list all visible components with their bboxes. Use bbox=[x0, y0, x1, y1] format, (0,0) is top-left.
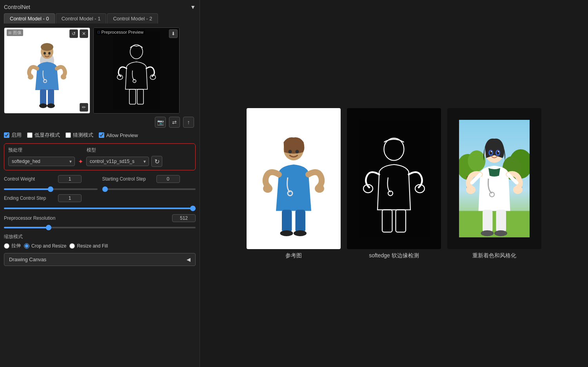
svg-point-50 bbox=[481, 230, 494, 236]
svg-point-57 bbox=[491, 151, 492, 152]
source-image[interactable] bbox=[4, 28, 90, 113]
result-nurse-svg bbox=[258, 120, 329, 237]
preview-image bbox=[94, 28, 179, 113]
weight-col: Control Weight bbox=[4, 175, 98, 194]
start-value[interactable] bbox=[156, 175, 180, 183]
resolution-label: Preprocessor Resolution bbox=[4, 215, 55, 221]
svg-point-21 bbox=[263, 184, 272, 193]
weight-value[interactable] bbox=[58, 175, 82, 183]
zoom-section: 缩放模式 拉伸 Crop and Resize Resize and Fill bbox=[4, 233, 196, 249]
collapse-icon[interactable]: ▼ bbox=[190, 4, 196, 10]
result-caption-2: 重新着色和风格化 bbox=[472, 252, 516, 259]
svg-point-8 bbox=[47, 103, 55, 108]
camera-btn[interactable]: 📷 bbox=[155, 117, 166, 128]
svg-rect-49 bbox=[496, 210, 506, 232]
svg-rect-12 bbox=[113, 31, 160, 110]
result-caption-0: 参考图 bbox=[285, 252, 302, 259]
crop-resize-option[interactable]: Crop and Resize bbox=[24, 243, 66, 249]
arrow-row: 📷 ⇄ ↑ bbox=[4, 117, 196, 128]
download-preview-btn[interactable]: ⬇ bbox=[169, 29, 178, 38]
preprocessor-select[interactable]: softedge_hed canny depth none bbox=[8, 157, 75, 166]
enable-checkbox[interactable]: 启用 bbox=[4, 132, 22, 139]
svg-point-25 bbox=[280, 230, 293, 236]
ending-slider-row: Ending Control Step bbox=[4, 194, 196, 210]
result-img-2 bbox=[447, 108, 541, 249]
svg-rect-6 bbox=[48, 89, 54, 105]
ending-slider[interactable] bbox=[4, 208, 196, 209]
resize-fill-option[interactable]: Resize and Fill bbox=[69, 243, 108, 249]
svg-point-2 bbox=[41, 43, 53, 51]
preprocessor-label: 预处理 bbox=[8, 147, 87, 154]
svg-point-28 bbox=[289, 150, 292, 153]
nurse-svg bbox=[24, 31, 71, 110]
zoom-options: 拉伸 Crop and Resize Resize and Fill bbox=[4, 242, 196, 249]
svg-rect-44 bbox=[459, 211, 530, 237]
resolution-value[interactable] bbox=[172, 214, 196, 222]
start-label: Starting Control Step bbox=[102, 176, 153, 182]
svg-point-46 bbox=[466, 186, 475, 194]
svg-point-51 bbox=[494, 230, 507, 236]
swap-btn[interactable]: ⇄ bbox=[169, 117, 180, 128]
result-item-0: 参考图 bbox=[247, 108, 341, 259]
preview-image-container: □ Preprocessor Preview ⬇ bbox=[93, 27, 180, 114]
model-label: 模型 bbox=[87, 147, 96, 154]
start-slider-container bbox=[102, 185, 196, 191]
refresh-source-btn[interactable]: ↺ bbox=[69, 29, 78, 38]
weight-label: Control Weight bbox=[4, 176, 55, 182]
left-panel: ControlNet ▼ Control Model - 0 Control M… bbox=[0, 0, 200, 367]
weight-slider[interactable] bbox=[4, 188, 98, 190]
ending-slider-container bbox=[4, 204, 196, 210]
guess-mode-checkbox[interactable]: 猜测模式 bbox=[65, 132, 93, 139]
svg-rect-23 bbox=[282, 210, 292, 232]
result-item-2: 重新着色和风格化 bbox=[447, 108, 541, 259]
weight-row: Control Weight bbox=[4, 175, 98, 183]
allow-preview-checkbox[interactable]: Allow Preview bbox=[99, 132, 138, 138]
resolution-slider[interactable] bbox=[4, 227, 196, 228]
resolution-top: Preprocessor Resolution bbox=[4, 214, 196, 222]
result-caption-1: softedge 软边缘检测 bbox=[369, 252, 419, 259]
tab-bar: Control Model - 0 Control Model - 1 Cont… bbox=[4, 13, 196, 24]
svg-point-10 bbox=[44, 52, 46, 55]
start-slider[interactable] bbox=[102, 188, 196, 190]
preview-image-controls: ⬇ bbox=[169, 29, 178, 38]
resolution-slider-container bbox=[4, 224, 196, 230]
pencil-btn[interactable]: ✏ bbox=[80, 103, 88, 112]
result-img-0 bbox=[247, 108, 341, 249]
checkbox-row: 启用 低显存模式 猜测模式 Allow Preview bbox=[4, 132, 196, 139]
svg-point-11 bbox=[48, 52, 51, 55]
svg-rect-48 bbox=[483, 210, 493, 232]
drawing-canvas[interactable]: Drawing Canvas ◀ bbox=[4, 253, 196, 266]
zoom-label: 缩放模式 bbox=[4, 233, 196, 240]
tab-model-0[interactable]: Control Model - 0 bbox=[4, 13, 55, 24]
svg-point-4 bbox=[61, 75, 66, 80]
start-col: Starting Control Step bbox=[102, 175, 196, 194]
image-row: ↺ ✕ ⊞ 图像 ✏ bbox=[4, 27, 196, 114]
model-section: 预处理 模型 softedge_hed canny depth none ▼ ✦… bbox=[4, 143, 196, 170]
svg-point-58 bbox=[498, 151, 499, 152]
sketch-svg bbox=[113, 31, 160, 110]
model-refresh-btn[interactable]: ↻ bbox=[151, 156, 162, 167]
low-vram-checkbox[interactable]: 低显存模式 bbox=[27, 132, 60, 139]
right-panel: 参考图 softedge 软 bbox=[200, 0, 588, 367]
svg-point-26 bbox=[294, 230, 307, 236]
result-img-1 bbox=[347, 108, 441, 249]
start-row: Starting Control Step bbox=[102, 175, 196, 183]
model-labels: 预处理 模型 bbox=[8, 147, 191, 154]
ending-row: Ending Control Step bbox=[4, 194, 196, 202]
source-image-controls: ↺ ✕ bbox=[69, 29, 88, 38]
model-wrapper: control_v11p_sd15_s control_v11p_sd15_ca… bbox=[86, 157, 149, 166]
svg-point-29 bbox=[296, 150, 299, 153]
tab-model-1[interactable]: Control Model - 1 bbox=[56, 13, 107, 24]
weight-slider-container bbox=[4, 185, 98, 191]
svg-point-22 bbox=[315, 184, 324, 193]
stretch-option[interactable]: 拉伸 bbox=[4, 242, 21, 249]
upload-btn[interactable]: ↑ bbox=[183, 117, 194, 128]
source-image-container: ↺ ✕ ⊞ 图像 ✏ bbox=[4, 27, 90, 114]
svg-point-7 bbox=[39, 103, 47, 108]
ending-label: Ending Control Step bbox=[4, 195, 55, 201]
star-btn[interactable]: ✦ bbox=[77, 158, 84, 165]
tab-model-2[interactable]: Control Model - 2 bbox=[107, 13, 158, 24]
close-source-btn[interactable]: ✕ bbox=[80, 29, 88, 38]
model-select[interactable]: control_v11p_sd15_s control_v11p_sd15_ca… bbox=[86, 157, 149, 166]
ending-value[interactable] bbox=[58, 194, 82, 202]
